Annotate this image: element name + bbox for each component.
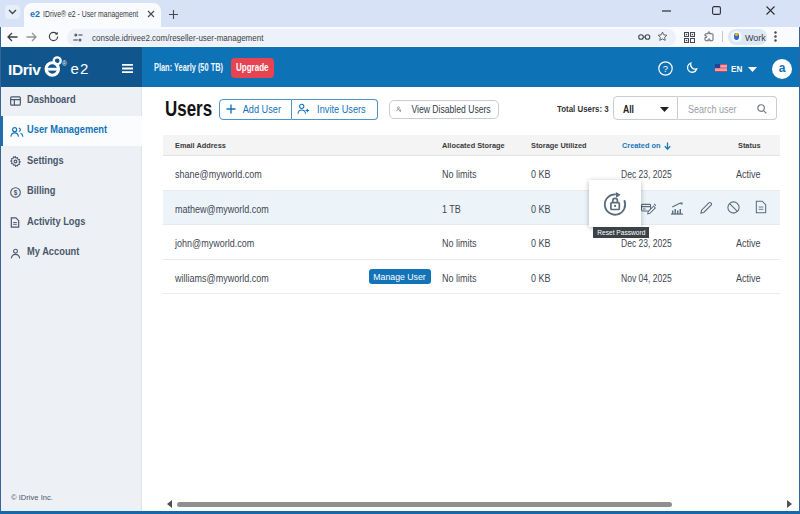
svg-text:?: ? xyxy=(663,63,668,74)
svg-text:$: $ xyxy=(14,188,18,196)
